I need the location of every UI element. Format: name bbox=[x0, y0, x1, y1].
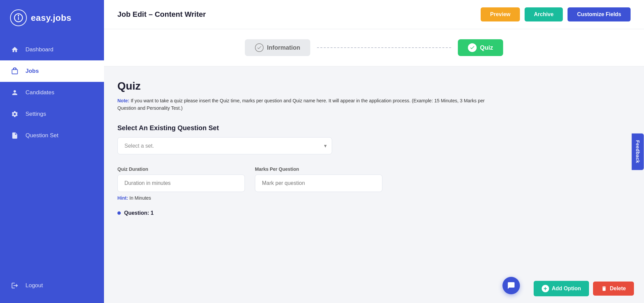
delete-icon bbox=[601, 286, 607, 292]
logo-text: easy.jobs bbox=[31, 13, 71, 23]
sidebar-item-candidates[interactable]: Candidates bbox=[0, 82, 104, 103]
sidebar-item-jobs[interactable]: Jobs bbox=[0, 60, 104, 82]
header-actions: Preview Archive Customize Fields bbox=[481, 7, 631, 21]
duration-label: Quiz Duration bbox=[117, 166, 245, 172]
marks-input[interactable] bbox=[255, 174, 382, 192]
sidebar-label-dashboard: Dashboard bbox=[25, 46, 53, 53]
delete-label: Delete bbox=[610, 286, 626, 292]
sidebar: i easy.jobs Dashboard Jobs Candidates bbox=[0, 0, 104, 303]
step-information-icon bbox=[255, 43, 264, 52]
note-label: Note: bbox=[117, 98, 129, 103]
step-information-label: Information bbox=[267, 44, 300, 51]
feedback-label: Feedback bbox=[635, 140, 641, 163]
page-header: Job Edit – Content Writer Preview Archiv… bbox=[104, 0, 644, 29]
add-option-label: Add Option bbox=[552, 286, 581, 292]
jobs-icon bbox=[10, 66, 19, 76]
duration-marks-row: Quiz Duration Marks Per Question bbox=[117, 166, 631, 192]
sidebar-logo: i easy.jobs bbox=[0, 0, 104, 36]
duration-input[interactable] bbox=[117, 174, 245, 192]
add-option-button[interactable]: + Add Option bbox=[534, 281, 589, 296]
quiz-note: Note: If you want to take a quiz please … bbox=[117, 97, 486, 112]
question-dot bbox=[117, 211, 121, 215]
sidebar-item-question-set[interactable]: Question Set bbox=[0, 125, 104, 146]
logout-icon bbox=[10, 281, 19, 290]
bottom-actions: + Add Option Delete bbox=[534, 281, 634, 296]
quiz-title: Quiz bbox=[117, 80, 631, 92]
main-content: Job Edit – Content Writer Preview Archiv… bbox=[104, 0, 644, 303]
steps-container: Information Quiz bbox=[104, 29, 644, 66]
archive-button[interactable]: Archive bbox=[525, 7, 563, 21]
sidebar-item-logout[interactable]: Logout bbox=[0, 275, 104, 296]
page-title: Job Edit – Content Writer bbox=[117, 10, 206, 19]
sidebar-label-candidates: Candidates bbox=[25, 89, 54, 96]
question-set-select[interactable]: Select a set. bbox=[117, 137, 332, 154]
question-set-icon bbox=[10, 131, 19, 140]
chat-button[interactable] bbox=[502, 277, 520, 294]
sidebar-item-settings[interactable]: Settings bbox=[0, 103, 104, 125]
settings-icon bbox=[10, 109, 19, 119]
marks-field-group: Marks Per Question bbox=[255, 166, 382, 192]
step-quiz-icon bbox=[468, 43, 477, 52]
note-text: If you want to take a quiz please insert… bbox=[117, 98, 485, 111]
sidebar-label-jobs: Jobs bbox=[25, 68, 39, 74]
section-label: Select An Existing Question Set bbox=[117, 124, 631, 132]
sidebar-label-logout: Logout bbox=[25, 282, 43, 289]
delete-button[interactable]: Delete bbox=[593, 282, 634, 296]
home-icon bbox=[10, 45, 19, 54]
question-item-1: Question: 1 bbox=[117, 210, 631, 216]
logo-icon: i bbox=[10, 9, 27, 26]
hint-text: Hint: In Minutes bbox=[117, 195, 631, 201]
duration-field-group: Quiz Duration bbox=[117, 166, 245, 192]
step-information[interactable]: Information bbox=[245, 39, 310, 56]
sidebar-label-settings: Settings bbox=[25, 111, 46, 117]
customize-fields-button[interactable]: Customize Fields bbox=[568, 7, 631, 21]
sidebar-label-question-set: Question Set bbox=[25, 132, 58, 139]
question-set-select-wrapper: Select a set. ▾ bbox=[117, 137, 332, 154]
sidebar-nav: Dashboard Jobs Candidates Settings Quest… bbox=[0, 39, 104, 146]
hint-label: Hint: bbox=[117, 195, 128, 201]
hint-value: In Minutes bbox=[128, 195, 151, 201]
quiz-content: Quiz Note: If you want to take a quiz pl… bbox=[104, 66, 644, 303]
step-quiz[interactable]: Quiz bbox=[458, 39, 503, 56]
marks-label: Marks Per Question bbox=[255, 166, 382, 172]
preview-button[interactable]: Preview bbox=[481, 7, 520, 21]
add-option-plus-icon: + bbox=[542, 285, 549, 292]
svg-point-2 bbox=[18, 15, 19, 16]
sidebar-item-dashboard[interactable]: Dashboard bbox=[0, 39, 104, 60]
candidates-icon bbox=[10, 88, 19, 97]
feedback-tab[interactable]: Feedback bbox=[632, 133, 644, 170]
step-quiz-label: Quiz bbox=[480, 44, 493, 51]
steps-divider bbox=[317, 47, 451, 48]
question-label: Question: 1 bbox=[124, 210, 154, 216]
